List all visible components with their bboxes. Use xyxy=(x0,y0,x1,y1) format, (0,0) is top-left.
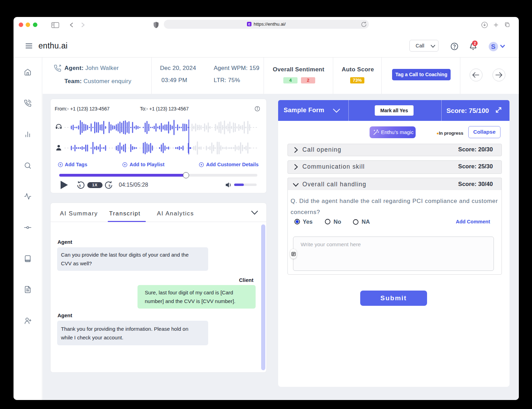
svg-text:5: 5 xyxy=(109,184,110,187)
svg-text:5: 5 xyxy=(79,184,81,187)
